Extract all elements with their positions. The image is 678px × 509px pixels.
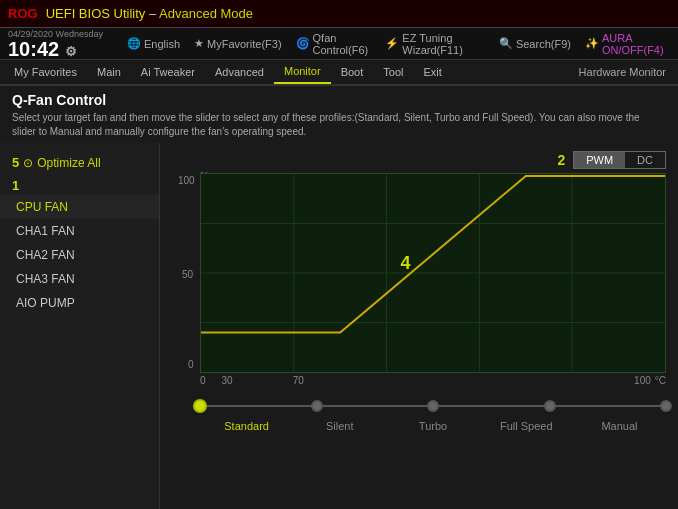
app-title: UEFI BIOS Utility – Advanced Mode (46, 6, 253, 21)
fan-cpu[interactable]: CPU FAN (0, 195, 159, 219)
myfavorite-item[interactable]: ★ MyFavorite(F3) (194, 37, 282, 50)
rog-logo: ROG (8, 6, 38, 21)
nav-tool[interactable]: Tool (373, 60, 413, 84)
main-content: 5 ⊙ Optimize All 1 CPU FAN CHA1 FAN CHA2… (0, 143, 678, 509)
header-bar: ROG UEFI BIOS Utility – Advanced Mode (0, 0, 678, 28)
nav-main[interactable]: Main (87, 60, 131, 84)
profile-slider-section: Standard Silent Turbo Full Speed Manual (172, 388, 666, 432)
x-30: 30 (222, 375, 233, 386)
chart-svg (201, 174, 665, 372)
nav-boot[interactable]: Boot (331, 60, 374, 84)
slider-dot-manual[interactable] (660, 400, 672, 412)
slider-dot-turbo[interactable] (427, 400, 439, 412)
pwm-button[interactable]: PWM (574, 152, 625, 168)
y-0-label: 0 (188, 359, 194, 370)
chart-area: 2 PWM DC % 100 50 0 (160, 143, 678, 509)
language-item[interactable]: 🌐 English (127, 37, 180, 50)
dc-button[interactable]: DC (625, 152, 665, 168)
aura-item[interactable]: ✨ AURA ON/OFF(F4) (585, 32, 670, 56)
left-panel: 5 ⊙ Optimize All 1 CPU FAN CHA1 FAN CHA2… (0, 143, 160, 509)
slider-labels: Standard Silent Turbo Full Speed Manual (200, 420, 666, 432)
nav-monitor[interactable]: Monitor (274, 60, 331, 84)
date-text: 04/29/2020 Wednesday (8, 29, 103, 39)
label-standard[interactable]: Standard (200, 420, 293, 432)
x-axis-labels: 0 30 70 100 °C (200, 373, 666, 388)
label-full-speed[interactable]: Full Speed (480, 420, 573, 432)
chart-label-4: 4 (401, 253, 411, 274)
qfan-title: Q-Fan Control (12, 92, 666, 108)
qfan-description: Select your target fan and then move the… (12, 111, 666, 139)
search-item[interactable]: 🔍 Search(F9) (499, 37, 571, 50)
y-50-label: 50 (182, 269, 193, 280)
fan-cha3[interactable]: CHA3 FAN (0, 267, 159, 291)
fan-curve-chart: 4 (200, 173, 666, 373)
x-0: 0 (200, 375, 206, 386)
optimize-all-label: Optimize All (37, 156, 100, 170)
chart-wrapper: 2 PWM DC % 100 50 0 (160, 143, 678, 509)
timebar-items: 🌐 English ★ MyFavorite(F3) 🌀 Qfan Contro… (127, 32, 670, 56)
chart-label-2: 2 (557, 152, 565, 168)
pwm-dc-toggle[interactable]: PWM DC (573, 151, 666, 169)
nav-my-favorites[interactable]: My Favorites (4, 60, 87, 84)
label-silent[interactable]: Silent (293, 420, 386, 432)
x-70: 70 (293, 375, 304, 386)
celsius-label: °C (655, 375, 666, 386)
fan-aio-pump[interactable]: AIO PUMP (0, 291, 159, 315)
optimize-icon: ⊙ (23, 156, 33, 170)
label-manual[interactable]: Manual (573, 420, 666, 432)
nav-ai-tweaker[interactable]: Ai Tweaker (131, 60, 205, 84)
navbar: My Favorites Main Ai Tweaker Advanced Mo… (0, 60, 678, 86)
chart-top-row: 2 PWM DC (172, 151, 666, 169)
optimize-all-header[interactable]: 5 ⊙ Optimize All (0, 151, 159, 174)
hardware-monitor-link[interactable]: Hardware Monitor (571, 66, 674, 78)
panel-number-5: 5 (12, 155, 19, 170)
label-turbo[interactable]: Turbo (386, 420, 479, 432)
datetime-block: 04/29/2020 Wednesday 10:42 ⚙ (8, 29, 103, 59)
fan-cha2[interactable]: CHA2 FAN (0, 243, 159, 267)
nav-exit[interactable]: Exit (413, 60, 451, 84)
clock: 10:42 ⚙ (8, 39, 103, 59)
slider-dot-silent[interactable] (311, 400, 323, 412)
y-100-label: 100 (178, 175, 195, 186)
timebar: 04/29/2020 Wednesday 10:42 ⚙ 🌐 English ★… (0, 28, 678, 60)
fan-cha1[interactable]: CHA1 FAN (0, 219, 159, 243)
fan-list-number: 1 (12, 178, 19, 193)
qfan-item[interactable]: 🌀 Qfan Control(F6) (296, 32, 372, 56)
x-100: 100 (634, 375, 651, 386)
slider-track-container[interactable] (200, 396, 666, 416)
eztuning-item[interactable]: ⚡ EZ Tuning Wizard(F11) (385, 32, 485, 56)
slider-dot-standard[interactable] (193, 399, 207, 413)
slider-dot-full-speed[interactable] (544, 400, 556, 412)
nav-advanced[interactable]: Advanced (205, 60, 274, 84)
qfan-section: Q-Fan Control Select your target fan and… (0, 86, 678, 143)
